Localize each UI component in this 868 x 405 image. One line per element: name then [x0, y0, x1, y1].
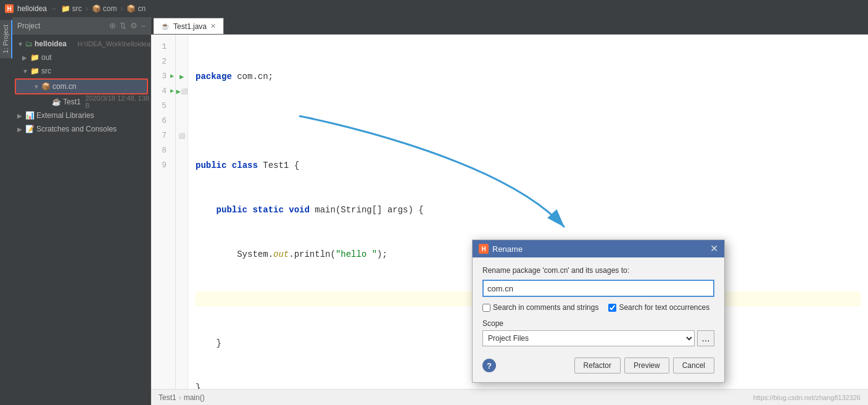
expand-arrow: ▶ [44, 99, 50, 106]
library-icon: 📊 [25, 111, 35, 120]
dialog-label: Rename package 'com.cn' and its usages t… [482, 266, 714, 275]
editor-tab-test1[interactable]: ☕ Test1.java ✕ [154, 18, 224, 34]
search-comments-checkbox-item[interactable]: Search in comments and strings [482, 303, 598, 312]
project-panel-header: Project ⊕ ⇅ ⚙ – [12, 17, 151, 35]
dialog-title-text: Rename [492, 244, 706, 254]
expand-arrow: ▶ [22, 54, 28, 61]
scope-row: Project Files All Places This File … [482, 330, 714, 346]
scroll-icon[interactable]: ⇅ [120, 21, 126, 30]
breadcrumb-method: main() [184, 393, 205, 402]
search-text-checkbox-item[interactable]: Search for text occurrences [608, 303, 709, 312]
folder-icon: 📁 [30, 53, 39, 62]
java-file-icon: ☕ [52, 98, 61, 106]
left-panel-wrapper: 1: Project Project ⊕ ⇅ ⚙ – ▼ 🗂 helloidea… [0, 17, 151, 405]
dialog-checkboxes: Search in comments and strings Search fo… [482, 303, 714, 312]
tree-item-helloidea[interactable]: ▼ 🗂 helloidea H:\IDEA_Work\helloidea [12, 37, 151, 51]
watermark: https://blog.csdn.net/zhang8132326 [753, 394, 861, 401]
tree-item-out[interactable]: ▶ 📁 out [12, 51, 151, 64]
breadcrumb-path: 📁 src › 📦 com › 📦 cn [61, 4, 146, 13]
gutter-icons: ▶ ▶⬜ ⬜ [176, 35, 188, 389]
scope-label: Scope [482, 319, 714, 328]
search-comments-label: Search in comments and strings [493, 303, 598, 312]
tree-item-com-cn[interactable]: ▼ 📦 com.cn [16, 80, 147, 93]
search-text-label: Search for text occurrences [619, 303, 709, 312]
app-name: helloidea [17, 4, 47, 13]
dialog-title-icon: H [479, 244, 489, 254]
minimize-icon[interactable]: – [141, 21, 146, 30]
dialog-title-bar: H Rename ✕ [473, 240, 724, 257]
code-line-1: package com.cn; [196, 69, 861, 84]
project-panel: Project ⊕ ⇅ ⚙ – ▼ 🗂 helloidea H:\IDEA_Wo… [12, 17, 151, 405]
search-text-checkbox[interactable] [608, 304, 616, 312]
panel-header-icons: ⊕ ⇅ ⚙ – [109, 21, 146, 30]
breadcrumb: Test1 › main() [159, 393, 205, 402]
app-icon: H [5, 4, 14, 13]
dialog-footer: ? Refactor Preview Cancel [482, 355, 714, 375]
rename-dialog[interactable]: H Rename ✕ Rename package 'com.cn' and i… [472, 240, 725, 383]
project-tab-label[interactable]: 1: Project [0, 20, 12, 58]
rename-input[interactable] [482, 280, 714, 297]
expand-arrow: ▼ [22, 68, 28, 75]
refactor-button[interactable]: Refactor [574, 357, 621, 374]
dialog-close-button[interactable]: ✕ [710, 244, 718, 254]
tab-filename: Test1.java [173, 22, 207, 31]
java-tab-icon: ☕ [161, 22, 170, 30]
left-tab-strip: 1: Project [0, 17, 12, 405]
code-line-3: public class Test1 { [196, 158, 861, 173]
main-layout: 1: Project Project ⊕ ⇅ ⚙ – ▼ 🗂 helloidea… [0, 17, 868, 405]
code-line-4: public static void main(String[] args) { [196, 203, 861, 217]
tree-item-test1[interactable]: ▶ ☕ Test1 2020/3/18 12:48, 138 B [12, 95, 151, 109]
expand-arrow: ▼ [33, 83, 39, 90]
dialog-action-buttons: Refactor Preview Cancel [574, 357, 714, 374]
scope-more-button[interactable]: … [697, 330, 714, 346]
scratch-icon: 📝 [25, 125, 35, 133]
project-icon: 🗂 [25, 40, 33, 48]
help-button[interactable]: ? [482, 359, 496, 372]
tree-item-src[interactable]: ▼ 📁 src [12, 64, 151, 78]
project-tree[interactable]: ▼ 🗂 helloidea H:\IDEA_Work\helloidea ▶ 📁… [12, 35, 151, 405]
expand-arrow: ▼ [17, 41, 23, 48]
preview-button[interactable]: Preview [624, 357, 669, 374]
search-comments-checkbox[interactable] [482, 304, 490, 312]
editor-tabs: ☕ Test1.java ✕ [151, 17, 868, 35]
scope-select[interactable]: Project Files All Places This File [482, 330, 695, 346]
folder-icon: 📁 [30, 67, 39, 75]
title-bar: H helloidea – 📁 src › 📦 com › 📦 cn [0, 0, 868, 17]
cancel-button[interactable]: Cancel [673, 357, 714, 374]
line-numbers: 1 2 3▶ 4▶ 5 6 7 8 9 [151, 35, 176, 389]
code-line-2 [196, 114, 861, 128]
tree-item-external-libraries[interactable]: ▶ 📊 External Libraries [12, 109, 151, 122]
settings-icon[interactable]: ⚙ [130, 21, 138, 30]
tab-close-button[interactable]: ✕ [210, 22, 216, 30]
tree-item-scratches[interactable]: ▶ 📝 Scratches and Consoles [12, 122, 151, 136]
bottom-bar: Test1 › main() https://blog.csdn.net/zha… [151, 389, 868, 405]
panel-title: Project [17, 22, 107, 30]
editor-area: ☕ Test1.java ✕ 1 2 3▶ 4▶ 5 6 7 8 9 ▶ [151, 17, 868, 405]
package-icon: 📦 [41, 82, 51, 91]
locate-icon[interactable]: ⊕ [109, 21, 116, 30]
dialog-body: Rename package 'com.cn' and its usages t… [473, 257, 724, 382]
expand-arrow: ▶ [17, 112, 23, 119]
expand-arrow: ▶ [17, 126, 23, 133]
breadcrumb-class: Test1 [159, 393, 176, 402]
